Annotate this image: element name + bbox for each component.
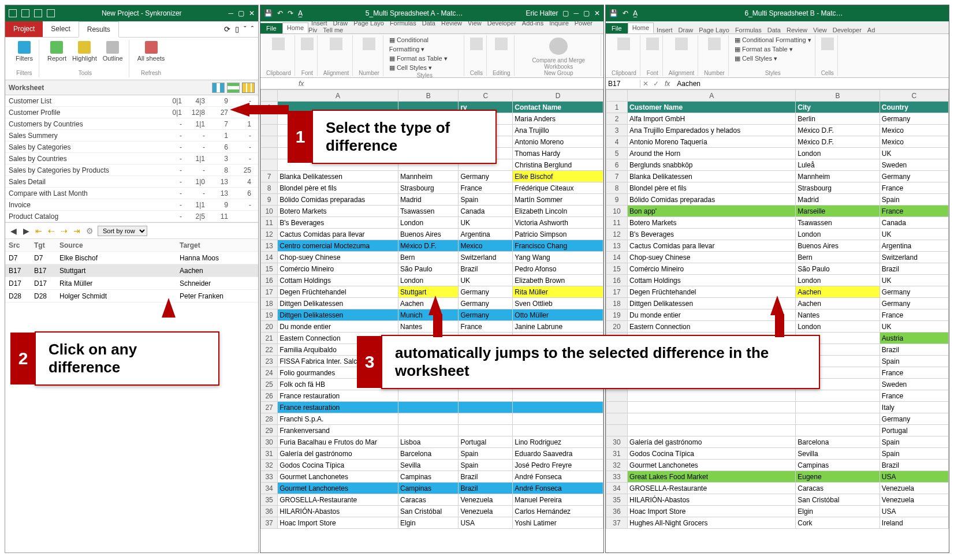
sheet-row[interactable]: 31 Godos Cocina Típica Sevilla Spain	[606, 448, 949, 460]
sheet-row[interactable]: 14 Chop-suey Chinese Bern Switzerland Ya…	[261, 252, 603, 263]
sheet-row[interactable]: 9 Bólido Comidas preparadas Madrid Spain	[606, 194, 949, 206]
tab-project[interactable]: Project	[5, 21, 43, 37]
diff-type-rows[interactable]	[227, 83, 240, 93]
tab-insert[interactable]: Insert	[654, 27, 676, 33]
font-color-icon[interactable]: A̲	[298, 9, 303, 17]
sheet-row[interactable]: 15 Comércio Mineiro São Paulo Brazil Ped…	[261, 263, 603, 275]
worksheet-row[interactable]: Compare with Last Month--136	[5, 188, 258, 199]
diff-row[interactable]: D17D17Rita MüllerSchneider	[5, 277, 258, 290]
sheet-row[interactable]: 32 Gourmet Lanchonetes Campinas Brazil	[606, 460, 949, 471]
layout-icon[interactable]	[47, 9, 55, 17]
sheet-row[interactable]: France	[606, 390, 949, 402]
refresh-button[interactable]: All sheets	[137, 41, 165, 62]
worksheet-row[interactable]: Sales by Categories by Products--825	[5, 165, 258, 176]
save-icon[interactable]: 💾	[264, 9, 273, 17]
tab-ad[interactable]: Ad	[864, 27, 878, 33]
diff-row[interactable]: D28D28Holger SchmidtPeter Franken	[5, 290, 258, 303]
sheet-row[interactable]: 16 Cottam Holdings London UK Elizabeth B…	[261, 275, 603, 286]
sheet-row[interactable]: 12 B's Beverages London UK	[606, 229, 949, 240]
sheet-row[interactable]: Germany	[606, 413, 949, 425]
sheet-row[interactable]: 5 Around the Horn London UK	[606, 148, 949, 159]
tab-view[interactable]: View	[810, 27, 830, 33]
sheet-row[interactable]: 7 Blanka Delikatessen Mannheim Germany	[606, 171, 949, 182]
format-as-table-button[interactable]: ▦ Format as Table ▾	[735, 44, 811, 54]
sheet-row[interactable]: Portugal	[606, 425, 949, 436]
sheet-row[interactable]: 11 Botero Markets Tsawassen Canada	[606, 217, 949, 229]
tab-insert[interactable]: Insert	[308, 20, 330, 27]
conditional-formatting-button[interactable]: ▦ Conditional Formatting ▾	[735, 35, 811, 44]
sheet-row[interactable]: 10 Bon app' Marseille France	[606, 206, 949, 217]
prev-diff-button[interactable]: ◀	[9, 226, 18, 236]
worksheet-list[interactable]: Customer List0|14|39-Customer Profile0|1…	[5, 95, 258, 223]
tab-draw[interactable]: Draw	[676, 27, 696, 33]
worksheet-row[interactable]: Customers by Countries-1|171	[5, 118, 258, 130]
formula-value[interactable]: Aachen	[673, 80, 704, 88]
sheet-row[interactable]: 10 Botero Markets Tsawassen Canada Eliza…	[261, 206, 603, 217]
sheet-row[interactable]: 13 Centro comercial Moctezuma México D.F…	[261, 240, 603, 252]
confirm-icon[interactable]: ✓	[651, 80, 661, 88]
tab-page-layo[interactable]: Page Layo	[696, 27, 732, 33]
sheet-row[interactable]: 31 Galería del gastrónomo Barcelona Spai…	[261, 448, 603, 460]
filters-button[interactable]: Filters	[16, 41, 33, 62]
worksheet-row[interactable]: Customer List0|14|39-	[5, 95, 258, 107]
tab-select[interactable]: Select	[43, 21, 78, 37]
tab-developer[interactable]: Developer	[485, 20, 519, 27]
tab-home[interactable]: Home	[628, 23, 654, 33]
diff-row[interactable]: D7D7Elke BischofHanna Moos	[5, 252, 258, 264]
tab-file[interactable]: File	[606, 23, 628, 33]
tab-review[interactable]: Review	[784, 27, 810, 33]
diff-type-cells[interactable]	[242, 83, 255, 93]
chevron-up-icon[interactable]: ˆ	[251, 25, 254, 33]
sheet-row[interactable]: 4 Antonio Moreno Taquería México D.F. Me…	[606, 136, 949, 148]
sheet-row[interactable]: 35 HILARIÓN-Abastos San Cristóbal Venezu…	[606, 494, 949, 506]
sheet-row[interactable]: 37 Hoac Import Store Elgin USA Yoshi Lat…	[261, 517, 603, 529]
sheet-row[interactable]: 26 France restauration	[261, 390, 603, 402]
sheet-row[interactable]: 13 Cactus Comidas para llevar Buenos Air…	[606, 240, 949, 252]
worksheet-row[interactable]: Sales Detail-1|0134	[5, 176, 258, 188]
tab-home[interactable]: Home	[282, 23, 308, 33]
diff-row[interactable]: B17B17StuttgartAachen	[5, 264, 258, 277]
redo-icon[interactable]: ↷	[288, 9, 293, 17]
worksheet-row[interactable]: Product Catalog-2|511	[5, 211, 258, 222]
tab-add-ins[interactable]: Add-ins	[519, 20, 546, 27]
tab-view[interactable]: View	[465, 20, 485, 27]
worksheet-row[interactable]: Invoice-1|19-	[5, 199, 258, 211]
close-icon[interactable]: ✕	[249, 9, 255, 17]
window-icon[interactable]: ▢	[562, 9, 569, 17]
tab-formulas[interactable]: Formulas	[732, 27, 765, 33]
cell-styles-button[interactable]: ▦ Cell Styles ▾	[735, 54, 811, 63]
font-color-icon[interactable]: A̲	[633, 9, 638, 17]
tab-page-layo[interactable]: Page Layo	[351, 20, 387, 27]
minimize-icon[interactable]: ─	[573, 9, 579, 17]
sheet-row[interactable]: 28 Franchi S.p.A.	[261, 413, 603, 425]
save-icon[interactable]: 💾	[609, 9, 618, 17]
sheet-row[interactable]: 2 Alfa Import GmbH Berlin Germany	[606, 113, 949, 125]
tab-developer[interactable]: Developer	[830, 27, 864, 33]
sheet-row[interactable]: 27 France restauration	[261, 402, 603, 413]
refresh-icon[interactable]: ⟳	[224, 25, 230, 33]
sheet-row[interactable]: 30 Galería del gastrónomo Barcelona Spai…	[606, 436, 949, 448]
cell-styles-button[interactable]: ▦ Cell Styles ▾	[389, 63, 460, 72]
sheet-row[interactable]: 15 Comércio Mineiro São Paulo Brazil	[606, 263, 949, 275]
sheet-row[interactable]: 9 Bólido Comidas preparadas Madrid Spain…	[261, 194, 603, 206]
sheet-row[interactable]: 20 Du monde entier Nantes France Janine …	[261, 321, 603, 333]
settings-button[interactable]: ⚙	[85, 226, 94, 236]
sheet-row[interactable]: 11 B's Beverages London UK Victoria Ashw…	[261, 217, 603, 229]
sort-select[interactable]: Sort by row	[98, 226, 147, 236]
sheet-row[interactable]: 33 Gourmet Lanchonetes Campinas Brazil A…	[261, 471, 603, 483]
sheet-row[interactable]: 3 Ana Trujillo Emparedados y helados Méx…	[606, 125, 949, 136]
collapse-icon[interactable]: ˇ	[244, 25, 246, 33]
sheet-row[interactable]: 33 Great Lakes Food Market Eugene USA	[606, 471, 949, 483]
sheet-row[interactable]: 14 Chop-suey Chinese Bern Switzerland	[606, 252, 949, 263]
sheet-row[interactable]: 32 Godos Cocina Típica Sevilla Spain Jos…	[261, 460, 603, 471]
worksheet-row[interactable]: Sales by Countries-1|13-	[5, 153, 258, 165]
worksheet-row[interactable]: Customer Profile0|112|827-	[5, 107, 258, 118]
sheet-row[interactable]: 34 Gourmet Lanchonetes Campinas Brazil A…	[261, 483, 603, 494]
sheet-row[interactable]: 30 Furia Bacalhau e Frutos do Mar Lisboa…	[261, 436, 603, 448]
conditional-formatting-button[interactable]: ▦ Conditional Formatting ▾	[389, 35, 460, 54]
cancel-icon[interactable]: ✕	[640, 80, 651, 88]
sheet-row[interactable]: 29 Frankenversand	[261, 425, 603, 436]
maximize-icon[interactable]: ▢	[583, 9, 590, 17]
outline-button[interactable]: Outline	[103, 41, 123, 62]
worksheet-row[interactable]: Sales Summery--1-	[5, 130, 258, 141]
